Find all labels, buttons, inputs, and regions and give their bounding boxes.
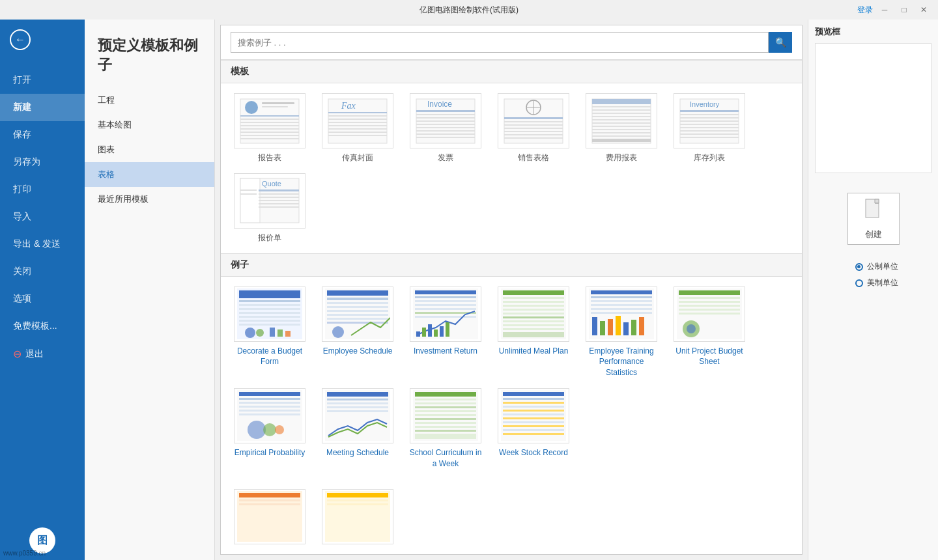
close-btn[interactable]: ✕ bbox=[915, 1, 933, 19]
minimize-btn[interactable]: ─ bbox=[875, 1, 894, 19]
template-quote[interactable]: Quote 报价单 bbox=[231, 173, 309, 244]
sidebar-item-new[interactable]: 新建 bbox=[0, 94, 85, 121]
nav-item-chart[interactable]: 图表 bbox=[85, 137, 214, 162]
example-empirical[interactable]: Empirical Probability bbox=[231, 388, 309, 469]
template-report[interactable]: 报告表 bbox=[231, 93, 309, 163]
svg-rect-173 bbox=[415, 410, 476, 412]
svg-rect-131 bbox=[591, 296, 652, 298]
quit-label: 退出 bbox=[25, 348, 44, 360]
example-thumb-extra-2 bbox=[322, 489, 393, 544]
back-icon: ← bbox=[10, 29, 31, 50]
svg-rect-39 bbox=[504, 124, 563, 126]
sidebar-item-close[interactable]: 关闭 bbox=[0, 258, 85, 285]
template-fax[interactable]: Fax 传真封面 bbox=[319, 93, 397, 163]
example-thumb-stock bbox=[498, 388, 569, 443]
svg-rect-114 bbox=[434, 329, 438, 337]
svg-rect-137 bbox=[600, 321, 605, 335]
example-label-meeting: Meeting Schedule bbox=[326, 447, 389, 458]
preview-title: 预览框 bbox=[815, 26, 931, 38]
example-unit[interactable]: Unit Project Budget Sheet bbox=[670, 287, 748, 378]
svg-rect-166 bbox=[327, 406, 388, 408]
example-thumb-unit bbox=[674, 287, 745, 342]
svg-point-102 bbox=[332, 326, 344, 338]
example-extra-2[interactable] bbox=[319, 489, 397, 548]
example-stock[interactable]: Week Stock Record bbox=[494, 388, 573, 469]
svg-rect-20 bbox=[328, 132, 387, 133]
nav-item-recent[interactable]: 最近所用模板 bbox=[85, 187, 214, 212]
svg-rect-6 bbox=[240, 122, 299, 123]
sidebar-item-export[interactable]: 导出 & 发送 bbox=[0, 231, 85, 258]
template-inventory[interactable]: Inventory bbox=[670, 93, 748, 163]
template-sales[interactable]: 销售表格 bbox=[494, 93, 573, 163]
svg-rect-91 bbox=[277, 329, 283, 337]
svg-rect-59 bbox=[680, 110, 739, 112]
svg-point-1 bbox=[245, 101, 258, 114]
svg-text:Fax: Fax bbox=[341, 101, 356, 111]
svg-rect-115 bbox=[440, 326, 444, 337]
svg-rect-165 bbox=[327, 402, 388, 404]
example-label-investment: Investment Return bbox=[414, 346, 477, 357]
search-button[interactable]: 🔍 bbox=[769, 32, 792, 53]
examples-section-header: 例子 bbox=[221, 253, 802, 277]
empirical-svg bbox=[237, 390, 302, 441]
sidebar: ← 打开 新建 保存 另存为 打印 导入 导出 & 发送 关闭 选项 免费模板.… bbox=[0, 20, 85, 560]
example-curriculum[interactable]: School Curriculum in a Week bbox=[406, 388, 485, 469]
svg-point-159 bbox=[248, 421, 266, 439]
create-button[interactable]: 创建 bbox=[847, 193, 900, 245]
example-label-training: Employee Training Performance Statistics bbox=[582, 346, 661, 378]
svg-rect-28 bbox=[416, 124, 475, 125]
sidebar-back[interactable]: ← bbox=[0, 20, 85, 60]
svg-rect-45 bbox=[592, 99, 651, 104]
sidebar-item-options[interactable]: 选项 bbox=[0, 285, 85, 313]
example-meeting[interactable]: Meeting Schedule bbox=[319, 388, 397, 469]
templates-section-header: 模板 bbox=[221, 60, 802, 83]
svg-rect-60 bbox=[680, 114, 739, 115]
invoice-svg: Invoice bbox=[413, 96, 478, 147]
nav-item-engineering[interactable]: 工程 bbox=[85, 88, 214, 113]
template-expense[interactable]: 费用报表 bbox=[582, 93, 661, 163]
svg-rect-107 bbox=[415, 304, 476, 306]
login-link[interactable]: 登录 bbox=[857, 5, 873, 16]
svg-rect-67 bbox=[680, 137, 739, 138]
example-meal[interactable]: Unlimited Meal Plan bbox=[494, 287, 573, 378]
examples-grid-extra bbox=[221, 479, 802, 555]
example-budget[interactable]: Decorate a Budget Form bbox=[231, 287, 309, 378]
svg-rect-30 bbox=[416, 130, 475, 132]
nav-item-table[interactable]: 表格 bbox=[85, 162, 214, 187]
svg-rect-12 bbox=[328, 99, 387, 143]
radio-imperial[interactable]: 美制单位 bbox=[855, 277, 898, 288]
svg-rect-192 bbox=[237, 491, 302, 542]
svg-rect-90 bbox=[270, 328, 275, 337]
example-employee[interactable]: Employee Schedule bbox=[319, 287, 397, 378]
svg-rect-24 bbox=[416, 110, 475, 112]
report-svg bbox=[237, 96, 302, 147]
template-invoice[interactable]: Invoice bbox=[406, 93, 485, 163]
inventory-svg: Inventory bbox=[677, 96, 742, 147]
svg-rect-178 bbox=[415, 430, 476, 432]
example-training[interactable]: Employee Training Performance Statistics bbox=[582, 287, 661, 378]
svg-rect-3 bbox=[262, 106, 288, 107]
employee-svg bbox=[325, 288, 390, 339]
svg-rect-49 bbox=[592, 116, 651, 117]
example-thumb-curriculum bbox=[410, 388, 481, 443]
sidebar-menu: 打开 新建 保存 另存为 打印 导入 导出 & 发送 关闭 选项 免费模板...… bbox=[0, 66, 85, 368]
sidebar-item-import[interactable]: 导入 bbox=[0, 203, 85, 231]
search-input[interactable] bbox=[231, 32, 769, 53]
template-thumb-quote: Quote bbox=[234, 173, 306, 229]
svg-rect-10 bbox=[240, 135, 299, 136]
example-extra-1[interactable] bbox=[231, 489, 309, 548]
sidebar-item-saveas[interactable]: 另存为 bbox=[0, 148, 85, 176]
example-investment[interactable]: Investment Return bbox=[406, 287, 485, 378]
radio-metric[interactable]: 公制单位 bbox=[855, 261, 898, 272]
svg-rect-149 bbox=[679, 313, 740, 315]
nav-item-basic[interactable]: 基本绘图 bbox=[85, 113, 214, 137]
template-area: 🔍 模板 bbox=[220, 25, 803, 555]
maximize-btn[interactable]: □ bbox=[895, 1, 913, 19]
sidebar-item-quit[interactable]: ⊖ 退出 bbox=[0, 340, 85, 368]
sidebar-item-open[interactable]: 打开 bbox=[0, 66, 85, 94]
svg-rect-126 bbox=[503, 324, 564, 326]
sidebar-item-save[interactable]: 保存 bbox=[0, 121, 85, 148]
sidebar-item-print[interactable]: 打印 bbox=[0, 176, 85, 203]
svg-rect-95 bbox=[327, 298, 388, 300]
sidebar-item-free[interactable]: 免费模板... bbox=[0, 313, 85, 340]
